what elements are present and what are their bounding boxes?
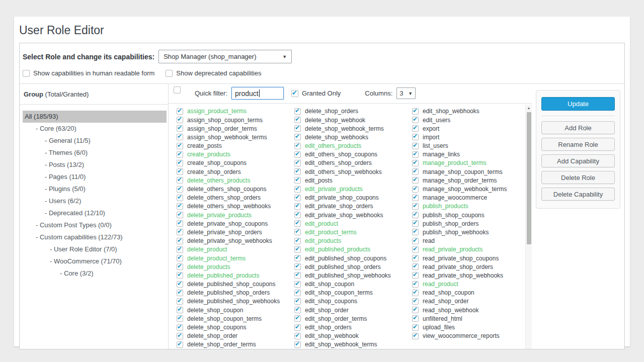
group-item[interactable]: - General (11/5): [23, 135, 167, 147]
group-item[interactable]: - Themes (6/0): [23, 147, 167, 159]
capability-checkbox[interactable]: [177, 143, 183, 149]
delete-role-button[interactable]: Delete Role: [541, 171, 615, 184]
capability-checkbox[interactable]: [412, 177, 419, 184]
option-checkbox[interactable]: [166, 70, 173, 77]
select-all-checkbox[interactable]: [174, 86, 181, 94]
capability-checkbox[interactable]: [412, 117, 419, 123]
capability-checkbox[interactable]: [294, 195, 301, 201]
capability-checkbox[interactable]: [294, 272, 301, 279]
capability-checkbox[interactable]: [294, 263, 301, 270]
capability-checkbox[interactable]: [412, 220, 419, 227]
capabilities-scrollbar[interactable]: ▲: [525, 105, 532, 349]
group-item[interactable]: - User Role Editor (7/0): [23, 243, 167, 255]
update-button[interactable]: Update: [541, 97, 615, 111]
capability-checkbox[interactable]: [177, 229, 183, 235]
group-item[interactable]: - WooCommerce (71/70): [23, 255, 167, 267]
capability-checkbox[interactable]: [412, 195, 419, 201]
capability-checkbox[interactable]: [294, 315, 301, 322]
granted-only-checkbox[interactable]: [291, 90, 298, 97]
capability-checkbox[interactable]: [294, 186, 301, 193]
capability-checkbox[interactable]: [294, 324, 301, 331]
capability-checkbox[interactable]: [412, 263, 419, 270]
capability-checkbox[interactable]: [412, 168, 419, 175]
capability-checkbox[interactable]: [294, 125, 301, 132]
option-checkbox[interactable]: [23, 70, 30, 77]
rename-role-button[interactable]: Rename Role: [541, 138, 615, 151]
capability-checkbox[interactable]: [177, 160, 183, 166]
capability-checkbox[interactable]: [412, 186, 419, 193]
group-item[interactable]: - Pages (11/0): [23, 171, 167, 183]
capability-checkbox[interactable]: [412, 315, 419, 322]
capability-checkbox[interactable]: [177, 238, 183, 244]
group-item[interactable]: - Custom capabilities (122/73): [23, 231, 167, 243]
capability-checkbox[interactable]: [412, 134, 419, 140]
group-item[interactable]: - Core (3/2): [23, 267, 167, 280]
capability-checkbox[interactable]: [177, 151, 183, 158]
capability-checkbox[interactable]: [412, 290, 419, 296]
capability-checkbox[interactable]: [294, 238, 301, 244]
capability-checkbox[interactable]: [177, 117, 183, 123]
capability-checkbox[interactable]: [177, 341, 183, 348]
add-capability-button[interactable]: Add Capability: [541, 154, 615, 167]
capability-checkbox[interactable]: [294, 307, 301, 313]
capability-checkbox[interactable]: [294, 177, 301, 184]
capability-checkbox[interactable]: [177, 333, 183, 339]
capability-checkbox[interactable]: [294, 203, 301, 210]
capability-checkbox[interactable]: [294, 246, 301, 253]
group-item[interactable]: - Custom Post Types (0/0): [23, 219, 167, 231]
capability-checkbox[interactable]: [177, 212, 183, 218]
capability-checkbox[interactable]: [294, 108, 301, 115]
capability-checkbox[interactable]: [412, 238, 419, 244]
capability-checkbox[interactable]: [177, 177, 183, 184]
capability-checkbox[interactable]: [294, 151, 301, 158]
capability-checkbox[interactable]: [177, 134, 183, 140]
capability-checkbox[interactable]: [177, 281, 183, 288]
capability-checkbox[interactable]: [412, 298, 419, 305]
capability-checkbox[interactable]: [177, 307, 183, 313]
capability-checkbox[interactable]: [294, 255, 301, 261]
capability-checkbox[interactable]: [412, 212, 419, 218]
capability-checkbox[interactable]: [177, 220, 183, 227]
capability-checkbox[interactable]: [177, 203, 183, 210]
capability-checkbox[interactable]: [412, 125, 419, 132]
delete-capability-button[interactable]: Delete Capability: [541, 188, 615, 201]
capability-checkbox[interactable]: [177, 168, 183, 175]
capability-checkbox[interactable]: [177, 324, 183, 331]
capability-checkbox[interactable]: [177, 108, 183, 115]
capability-checkbox[interactable]: [412, 272, 419, 279]
capability-checkbox[interactable]: [294, 229, 301, 235]
capability-checkbox[interactable]: [177, 195, 183, 201]
capability-checkbox[interactable]: [177, 263, 183, 270]
capability-checkbox[interactable]: [177, 246, 183, 253]
group-item[interactable]: - Deprecated (12/10): [23, 207, 167, 219]
capability-checkbox[interactable]: [412, 246, 419, 253]
capability-checkbox[interactable]: [294, 341, 301, 348]
capability-checkbox[interactable]: [294, 168, 301, 175]
capability-checkbox[interactable]: [294, 298, 301, 305]
columns-select[interactable]: 3 ▼: [396, 87, 416, 99]
capability-checkbox[interactable]: [294, 143, 301, 149]
capability-checkbox[interactable]: [412, 255, 419, 261]
capability-checkbox[interactable]: [412, 108, 419, 115]
group-item[interactable]: - Core (63/20): [23, 123, 167, 135]
role-select[interactable]: Shop Manager (shop_manager) ▼: [158, 50, 292, 63]
capability-checkbox[interactable]: [294, 281, 301, 288]
capability-checkbox[interactable]: [177, 272, 183, 279]
capability-checkbox[interactable]: [177, 315, 183, 322]
capability-checkbox[interactable]: [177, 290, 183, 296]
capability-checkbox[interactable]: [177, 255, 183, 261]
capability-checkbox[interactable]: [294, 212, 301, 218]
capability-checkbox[interactable]: [177, 186, 183, 193]
capability-checkbox[interactable]: [412, 324, 419, 331]
capability-checkbox[interactable]: [177, 298, 183, 305]
group-item[interactable]: All (185/93): [23, 111, 167, 123]
capability-checkbox[interactable]: [412, 229, 419, 235]
capability-checkbox[interactable]: [294, 220, 301, 227]
capability-checkbox[interactable]: [177, 125, 183, 132]
capability-checkbox[interactable]: [294, 290, 301, 296]
group-item[interactable]: - Plugins (5/0): [23, 183, 167, 195]
quick-filter-input[interactable]: product: [231, 87, 284, 100]
capability-checkbox[interactable]: [412, 307, 419, 313]
capability-checkbox[interactable]: [412, 333, 419, 339]
capability-checkbox[interactable]: [294, 117, 301, 123]
